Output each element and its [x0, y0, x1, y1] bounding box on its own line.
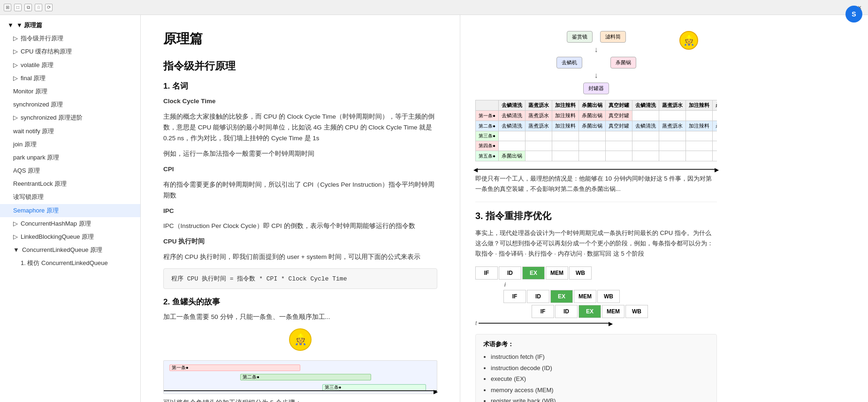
cell-mem-2: MEM [574, 290, 596, 303]
clock-cycle-example: 例如，运行一条加法指令一般需要一个时钟周期时间 [163, 149, 437, 159]
sidebar-item-volatile[interactable]: ▷ volatile 原理 [0, 59, 140, 72]
chevron-right-icon: ▷ [13, 114, 18, 122]
sidebar-item-aqs[interactable]: AQS 原理 [0, 164, 140, 177]
pipeline-label-i: i [476, 281, 717, 288]
new-window-icon[interactable]: □ [14, 4, 22, 11]
flow-node-fenguan: 封罐器 [583, 83, 609, 94]
gantt-table: 去鳞清洗 蒸煮沥水 加注辣料 杀菌出锅 真空封罐 去鳞清洗 蒸煮沥水 加注辣料 … [475, 100, 717, 161]
sidebar-item-synchronized[interactable]: synchronized 原理 [0, 98, 140, 111]
gantt-caption: 即使只有一个工人，最理想的情况是：他能够在 10 分钟内同时做好这 5 件事，因… [475, 174, 717, 194]
sidebar-item-yuanli[interactable]: ▼ ▼ 原理篇 [0, 19, 140, 32]
sidebar-item-final[interactable]: ▷ final 原理 [0, 72, 140, 85]
gantt-row-1: 第一条● 去鳞清洗 蒸煮沥水 加注辣料 杀菌出锅 真空封罐 [476, 111, 717, 121]
new-tab-icon[interactable]: ⊞ [4, 4, 11, 11]
titlebar-icon-group: ⊞ □ ⧉ ☆ ⟳ [4, 4, 53, 11]
timeline-arrow: ▶ [164, 389, 437, 393]
cpi-title: CPI [163, 164, 437, 175]
sidebar-item-concurrenthashmap[interactable]: ▷ ConcurrentHashMap 原理 [0, 217, 140, 230]
sidebar-item-linkedblockingqueue[interactable]: ▷ LinkedBlockingQueue 原理 [0, 230, 140, 243]
duplicate-icon[interactable]: ⧉ [24, 4, 32, 11]
clock-cycle-desc: 主频的概念大家接触的比较多，而 CPU 的 Clock Cycle Time（时… [163, 112, 437, 144]
chevron-down-icon: ▼ [8, 21, 14, 30]
sidebar-item-wait-notify[interactable]: wait notify 原理 [0, 125, 140, 138]
terms-list: instruction fetch (IF) instruction decod… [491, 351, 709, 402]
cpu-time-formula: 程序 CPU 执行时间 = 指令数 * CPI * Clock Cycle Ti… [163, 268, 437, 289]
sidebar-item-park-unpark[interactable]: park unpark 原理 [0, 151, 140, 164]
fish-bar-1: 第一条● [169, 364, 300, 371]
ipc-desc: IPC（Instruction Per Clock Cycle）即 CPI 的倒… [163, 221, 437, 232]
cell-ex-3: EX [579, 305, 601, 318]
cpu-time-title: CPU 执行时间 [163, 236, 437, 247]
sidebar-item-zhiling[interactable]: ▷ 指令级并行原理 [0, 32, 140, 45]
gantt-header-row: 去鳞清洗 蒸煮沥水 加注辣料 杀菌出锅 真空封罐 去鳞清洗 蒸煮沥水 加注辣料 … [476, 100, 717, 111]
sidebar-item-synchronized-adv[interactable]: ▷ synchronized 原理进阶 [0, 111, 140, 124]
cell-wb-1: WB [569, 266, 592, 280]
term-if: instruction fetch (IF) [491, 351, 709, 362]
fish-timeline-chart: 第一条● 第二条● 第三条● ▶ [163, 360, 437, 394]
flow-node-shajun: 杀菌锅 [610, 57, 636, 68]
cpi-desc: 有的指令需要更多的时钟周期时间，所以引出了 CPI（Cycles Per Ins… [163, 180, 437, 201]
cell-if-3: IF [532, 305, 554, 318]
sidebar: ▼ ▼ 原理篇 ▷ 指令级并行原理 ▷ CPU 缓存结构原理 ▷ volatil… [0, 15, 141, 402]
doc-content: 原理篇 指令级并行原理 1. 名词 Clock Cycle Time 主频的概念… [141, 15, 460, 402]
chevron-right-icon: ▷ [13, 233, 18, 241]
section3-heading: 3. 指令重排序优化 [475, 210, 717, 222]
terms-title: 术语参考： [483, 340, 709, 349]
chevron-right-icon: ▷ [13, 47, 18, 56]
cell-wb-2: WB [597, 290, 620, 303]
sidebar-item-moni-concurrent[interactable]: 1. 模仿 ConcurrentLinkedQueue [0, 257, 140, 270]
pipeline-row-1: IF ID EX MEM WB [475, 266, 717, 280]
chevron-down-icon: ▼ [13, 246, 19, 254]
chevron-right-icon: ▷ [13, 74, 18, 83]
sidebar-item-semaphore[interactable]: Semaphore 原理 [0, 204, 140, 217]
section2-heading: 2. 鱼罐头的故事 [163, 296, 437, 307]
cell-if-2: IF [503, 290, 526, 303]
bookmark-icon[interactable]: ☆ [35, 4, 42, 11]
worker-icon-right: 👷 [679, 31, 698, 50]
term-mem: memory access (MEM) [491, 385, 709, 395]
terms-box: 术语参考： instruction fetch (IF) instruction… [475, 334, 717, 402]
step-intro: 可以将每个鱼罐头的加工流程细分为 5 个步骤： [163, 398, 437, 402]
gantt-row-3: 第三条● [476, 131, 717, 141]
chevron-right-icon: ▷ [13, 34, 18, 43]
history-icon[interactable]: ⟳ [45, 4, 53, 11]
sidebar-item-rwlock[interactable]: 读写锁原理 [0, 190, 140, 204]
cell-mem-3: MEM [602, 305, 624, 318]
fish-bar-2: 第二条● [240, 374, 371, 380]
sidebar-item-cpu-huancun[interactable]: ▷ CPU 缓存结构原理 [0, 45, 140, 58]
chevron-right-icon: ▷ [13, 220, 18, 228]
chevron-right-icon: ▷ [13, 61, 18, 69]
pipeline-time-arrow: t ▶ [475, 320, 717, 326]
sidebar-item-monitor[interactable]: Monitor 原理 [0, 85, 140, 98]
cell-id-2: ID [527, 290, 549, 303]
process-flow-diagram: 鉴赏镜 滤料筒 ↓ 去鳞机 杀菌锅 ↓ 封罐器 👷 [475, 26, 717, 94]
section3-desc1: 事实上，现代处理器会设计为一个时钟周期完成一条执行时间最长的 CPU 指令。为什… [475, 228, 717, 259]
sidebar-item-join[interactable]: join 原理 [0, 138, 140, 151]
gantt-row-4: 第四条● [476, 141, 717, 151]
pipeline-row-2: IF ID EX MEM WB [503, 290, 717, 303]
pipeline-row-3: IF ID EX MEM WB [532, 305, 717, 318]
cell-ex-2: EX [550, 290, 573, 303]
section-divider [475, 202, 717, 202]
cell-mem-1: MEM [546, 266, 568, 280]
term-ex: execute (EX) [491, 373, 709, 384]
sidebar-item-concurrentlinkedqueue[interactable]: ▼ ConcurrentLinkedQueue 原理 [0, 243, 140, 257]
gantt-row-2: 第二条● 去鳞清洗 蒸煮沥水 加注辣料 杀菌出锅 真空封罐 去鳞清洗 蒸煮沥水 … [476, 121, 717, 131]
gantt-table-container: 去鳞清洗 蒸煮沥水 加注辣料 杀菌出锅 真空封罐 去鳞清洗 蒸煮沥水 加注辣料 … [475, 100, 717, 165]
cpu-time-desc: 程序的 CPU 执行时间，即我们前面提到的 user + system 时间，可… [163, 252, 437, 263]
user-avatar[interactable]: S [845, 6, 862, 23]
flow-node-jianjing: 鉴赏镜 [567, 31, 593, 43]
cell-ex-1: EX [522, 266, 545, 280]
section-title: 指令级并行原理 [163, 59, 437, 73]
sidebar-item-reentrantlock[interactable]: ReentrantLock 原理 [0, 177, 140, 190]
flow-node-qulin: 去鳞机 [556, 57, 582, 68]
chapter-title: 原理篇 [163, 30, 437, 48]
titlebar: ⊞ □ ⧉ ☆ ⟳ × [0, 0, 868, 15]
clock-cycle-title: Clock Cycle Time [163, 96, 437, 107]
cell-id-3: ID [555, 305, 578, 318]
pipeline-diagram: IF ID EX MEM WB i IF ID EX MEM WB IF ID [475, 266, 717, 326]
gantt-timeline-arrow: ◀ ▶ [475, 169, 717, 170]
fish-intro: 加工一条鱼需要 50 分钟，只能一条鱼、一条鱼顺序加工... [163, 312, 437, 323]
gantt-row-5: 第五条● 杀菌出锅 [476, 151, 717, 161]
cell-wb-3: WB [625, 305, 648, 318]
